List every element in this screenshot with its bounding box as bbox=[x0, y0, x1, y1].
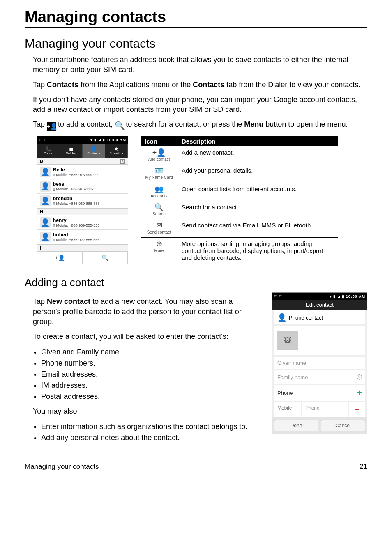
bullet-item: Phone numbers. bbox=[41, 358, 260, 369]
remove-phone-icon[interactable]: − bbox=[349, 402, 365, 417]
search-icon: 🔍 bbox=[115, 121, 124, 130]
sub-heading-adding: Adding a contact bbox=[25, 276, 367, 289]
table-desc: Add your personal details. bbox=[178, 164, 338, 183]
page-title: Managing contacts bbox=[25, 8, 367, 28]
contact-type-row[interactable]: 👤 Phone contact bbox=[274, 310, 365, 324]
status-left-icons: ⬚ ⬚ bbox=[39, 138, 48, 142]
search-icon: 🔍 bbox=[145, 204, 173, 211]
sim-icon: ▯ bbox=[53, 202, 55, 206]
bullet-item: Add any personal notes about the contact… bbox=[41, 432, 260, 443]
table-desc: Search for a contact. bbox=[178, 201, 338, 219]
phone-number-field[interactable]: Phone bbox=[302, 402, 348, 417]
send-contact-icon: ✉ bbox=[145, 222, 173, 229]
status-time: 10:00 AM bbox=[107, 138, 126, 142]
avatar-icon: 👤 bbox=[40, 217, 51, 228]
adding-paragraph-1: Tap New contact to add a new contact. Yo… bbox=[33, 297, 260, 327]
contacts-icon: 👤 bbox=[90, 146, 97, 151]
sim-icon: ▯ bbox=[53, 223, 55, 227]
tab-call-log[interactable]: ≣Call log bbox=[60, 144, 83, 158]
phone-section-label: Phone + bbox=[274, 385, 365, 401]
status-signal-icon: ▾ ▮ ◢ ▮ bbox=[90, 138, 106, 142]
search-button[interactable]: 🔍 bbox=[83, 252, 128, 264]
table-head-icon: Icon bbox=[141, 136, 178, 146]
phone-icon: 📞 bbox=[45, 146, 52, 151]
favorites-icon: ★ bbox=[114, 146, 119, 151]
avatar-icon: 👤 bbox=[40, 195, 51, 206]
more-icon: ⊕ bbox=[145, 240, 173, 248]
avatar-icon: 👤 bbox=[40, 167, 51, 177]
done-button[interactable]: Done bbox=[274, 420, 318, 431]
contact-row[interactable]: 👤 hubert▯ Mobile: +886-922-555-555 bbox=[37, 230, 128, 244]
contact-row[interactable]: 👤 Belle▯ Mobile: +886-916-999-999 bbox=[37, 165, 128, 179]
bullet-item: IM addresses. bbox=[41, 380, 260, 391]
expand-name-icon[interactable]: ⓥ bbox=[357, 373, 362, 381]
table-desc: More options: sorting, managing groups, … bbox=[178, 237, 338, 264]
status-bar: ⬚ ⬚ ▾ ▮ ◢ ▮ 10:00 AM bbox=[272, 293, 367, 300]
avatar-icon: 👤 bbox=[40, 232, 51, 242]
tab-contacts[interactable]: 👤Contacts bbox=[83, 144, 105, 158]
sim-icon: ▯ bbox=[53, 238, 55, 242]
status-time: 10:00 AM bbox=[346, 294, 365, 299]
contact-row[interactable]: 👤 henry▯ Mobile: +886-939-555-555 bbox=[37, 215, 128, 230]
contact-row[interactable]: 👤 brendan▯ Mobile: +886-930-888-888 bbox=[37, 194, 128, 208]
page-number: 21 bbox=[360, 463, 367, 471]
contact-row[interactable]: 👤 bess▯ Mobile: +886-916-333-333 bbox=[37, 179, 128, 194]
contacts-screenshot: ⬚ ⬚ ▾ ▮ ◢ ▮ 10:00 AM 📞Phone ≣Call log 👤C… bbox=[37, 136, 128, 264]
section-letter-i: I bbox=[37, 244, 128, 252]
status-signal-icon: ▾ ▮ ◢ ▮ bbox=[330, 294, 345, 299]
index-letter-b: B bbox=[120, 159, 125, 164]
intro-paragraph-1: Your smartphone features an address book… bbox=[33, 55, 367, 75]
add-contact-icon: +👤 bbox=[145, 149, 173, 156]
table-desc: Open contact lists from different accoun… bbox=[178, 183, 338, 201]
bullet-item: Postal addresses. bbox=[41, 391, 260, 402]
status-left-icons: ⬚ ⬚ bbox=[274, 294, 283, 299]
cancel-button[interactable]: Cancel bbox=[321, 420, 365, 431]
extra-bullets: Enter information such as organizations … bbox=[41, 421, 260, 443]
section-heading: Managing your contacts bbox=[25, 37, 367, 51]
contact-photo-area[interactable]: 🖼 bbox=[274, 326, 365, 355]
tab-phone[interactable]: 📞Phone bbox=[37, 144, 60, 158]
edit-contact-screenshot: ⬚ ⬚ ▾ ▮ ◢ ▮ 10:00 AM Edit contact 👤 Phon… bbox=[272, 292, 367, 434]
add-contact-icon: +👤 bbox=[47, 122, 56, 131]
photo-placeholder-icon: 🖼 bbox=[277, 331, 298, 350]
section-letter-b: B bbox=[40, 159, 43, 164]
intro-paragraph-4: Tap +👤 to add a contact, 🔍 to search for… bbox=[33, 119, 367, 131]
add-phone-icon[interactable]: + bbox=[357, 388, 362, 398]
phone-type-selector[interactable]: Mobile bbox=[274, 402, 301, 417]
call-log-icon: ≣ bbox=[69, 146, 74, 151]
footer-title: Managing your contacts bbox=[25, 463, 99, 471]
intro-paragraph-3: If you don't have any contacts stored on… bbox=[33, 95, 367, 115]
table-head-description: Description bbox=[178, 136, 338, 146]
contacts-tabs: 📞Phone ≣Call log 👤Contacts ★Favorites bbox=[37, 144, 128, 158]
tab-favorites[interactable]: ★Favorites bbox=[105, 144, 128, 158]
bullet-item: Enter information such as organizations … bbox=[41, 421, 260, 432]
name-card-icon: 🪪 bbox=[145, 167, 173, 174]
bullet-item: Given and Family name. bbox=[41, 347, 260, 358]
table-desc: Add a new contact. bbox=[178, 146, 338, 164]
sim-icon: ▯ bbox=[53, 173, 55, 177]
sim-icon: ▯ bbox=[53, 187, 55, 191]
bullet-item: Email addresses. bbox=[41, 369, 260, 380]
family-name-field[interactable]: Family name ⓥ bbox=[274, 370, 365, 384]
accounts-icon: 👥 bbox=[145, 185, 173, 193]
add-contact-button[interactable]: +👤 bbox=[37, 252, 83, 264]
icon-description-table: Icon Description +👤Add contact Add a new… bbox=[141, 136, 338, 264]
section-letter-h: H bbox=[37, 208, 128, 215]
edit-contact-title: Edit contact bbox=[272, 300, 367, 310]
intro-paragraph-2: Tap Contacts from the Applications menu … bbox=[33, 80, 367, 90]
phone-contact-icon: 👤 bbox=[277, 313, 286, 322]
avatar-icon: 👤 bbox=[40, 181, 51, 192]
adding-paragraph-3: You may also: bbox=[33, 406, 260, 416]
adding-paragraph-2: To create a contact, you will be asked t… bbox=[33, 331, 260, 341]
field-bullets: Given and Family name. Phone numbers. Em… bbox=[41, 347, 260, 402]
given-name-field[interactable]: Given name bbox=[274, 357, 365, 369]
status-bar: ⬚ ⬚ ▾ ▮ ◢ ▮ 10:00 AM bbox=[37, 136, 128, 144]
table-desc: Send contact card via Email, MMS or Blue… bbox=[178, 219, 338, 237]
